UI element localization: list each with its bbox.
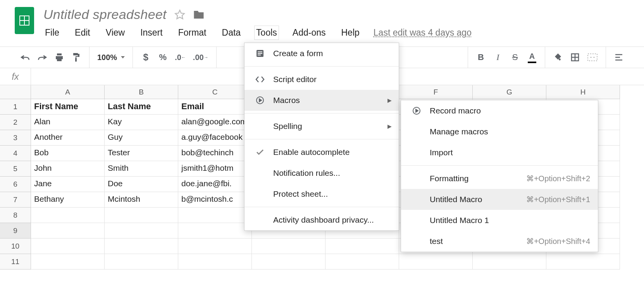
tools-item-script-editor[interactable]: Script editor [245, 69, 399, 90]
tools-item-spelling[interactable]: Spelling▶ [245, 116, 399, 137]
cell[interactable]: Bob [31, 146, 105, 161]
cell[interactable]: a.guy@facebook [178, 130, 252, 146]
cell[interactable]: Mcintosh [105, 192, 178, 208]
cell[interactable]: Tester [105, 146, 178, 161]
cell[interactable]: Smith [105, 161, 178, 177]
cell[interactable]: Doe [105, 177, 178, 192]
tools-item-notification-rules---[interactable]: Notification rules... [245, 163, 399, 184]
row-header-1[interactable]: 1 [0, 99, 31, 115]
tools-item-activity-dashboard-privacy---[interactable]: Activity dashboard privacy... [245, 209, 399, 230]
tools-item-protect-sheet---[interactable]: Protect sheet... [245, 184, 399, 204]
cell[interactable] [105, 239, 178, 254]
cell[interactable] [252, 254, 325, 270]
decrease-decimal-button[interactable]: .0← [175, 52, 186, 63]
menu-view[interactable]: View [104, 26, 126, 39]
doc-title[interactable]: Untitled spreadsheet [43, 7, 167, 22]
col-header-B[interactable]: B [105, 85, 178, 99]
cell[interactable] [473, 254, 546, 270]
redo-button[interactable] [37, 52, 47, 63]
col-header-G[interactable]: G [473, 85, 546, 99]
cell[interactable] [105, 223, 178, 239]
undo-button[interactable] [20, 52, 30, 63]
col-header-A[interactable]: A [31, 85, 105, 99]
cell[interactable]: bob@techinch [178, 146, 252, 161]
tools-item-macros[interactable]: Macros▶ [245, 90, 399, 111]
bold-button[interactable]: B [476, 52, 486, 63]
macros-item-untitled-macro[interactable]: Untitled Macro⌘+Option+Shift+1 [401, 189, 598, 210]
select-all-corner[interactable] [0, 85, 31, 99]
cell[interactable] [178, 208, 252, 223]
macros-item-untitled-macro-1[interactable]: Untitled Macro 1 [401, 210, 598, 231]
cell[interactable] [31, 208, 105, 223]
cell[interactable] [178, 254, 252, 270]
row-header-2[interactable]: 2 [0, 115, 31, 130]
row-header-9[interactable]: 9 [0, 223, 31, 239]
col-header-C[interactable]: C [178, 85, 252, 99]
text-color-button[interactable]: A [527, 52, 537, 63]
cell[interactable] [31, 254, 105, 270]
menu-insert[interactable]: Insert [139, 26, 164, 39]
menu-edit[interactable]: Edit [73, 26, 92, 39]
italic-button[interactable]: I [493, 52, 503, 63]
cell[interactable]: Kay [105, 115, 178, 130]
cell[interactable]: alan@google.com [178, 115, 252, 130]
cell[interactable] [105, 208, 178, 223]
fill-color-button[interactable] [553, 52, 563, 63]
col-header-F[interactable]: F [399, 85, 473, 99]
cell[interactable] [178, 223, 252, 239]
currency-button[interactable]: $ [141, 52, 151, 63]
menu-help[interactable]: Help [339, 26, 361, 39]
cell[interactable] [325, 254, 399, 270]
cell[interactable] [252, 239, 325, 254]
cell[interactable]: Guy [105, 130, 178, 146]
cell[interactable] [105, 254, 178, 270]
cell[interactable]: Bethany [31, 192, 105, 208]
row-header-8[interactable]: 8 [0, 208, 31, 223]
col-header-H[interactable]: H [546, 85, 620, 99]
macros-item-test[interactable]: test⌘+Option+Shift+4 [401, 231, 598, 252]
macros-item-formatting[interactable]: Formatting⌘+Option+Shift+2 [401, 168, 598, 189]
cell[interactable]: First Name [31, 99, 105, 115]
macros-item-record-macro[interactable]: Record macro [401, 100, 598, 121]
last-edit-link[interactable]: Last edit was 4 days ago [374, 27, 472, 38]
cell[interactable]: Alan [31, 115, 105, 130]
macros-item-import[interactable]: Import [401, 142, 598, 163]
borders-button[interactable] [570, 52, 580, 63]
cell[interactable]: Last Name [105, 99, 178, 115]
row-header-10[interactable]: 10 [0, 239, 31, 254]
folder-icon[interactable] [193, 10, 205, 20]
cell[interactable] [546, 254, 620, 270]
cell[interactable] [31, 239, 105, 254]
row-header-6[interactable]: 6 [0, 177, 31, 192]
menu-data[interactable]: Data [220, 26, 243, 39]
menu-addons[interactable]: Add-ons [291, 26, 327, 39]
row-header-4[interactable]: 4 [0, 146, 31, 161]
align-button[interactable] [614, 52, 624, 63]
percent-button[interactable]: % [158, 52, 168, 63]
cell[interactable]: doe.jane@fbi. [178, 177, 252, 192]
row-header-11[interactable]: 11 [0, 254, 31, 270]
menu-format[interactable]: Format [177, 26, 208, 39]
row-header-7[interactable]: 7 [0, 192, 31, 208]
merge-button[interactable] [587, 52, 598, 63]
cell[interactable]: b@mcintosh.c [178, 192, 252, 208]
macros-item-manage-macros[interactable]: Manage macros [401, 121, 598, 142]
cell[interactable]: Email [178, 99, 252, 115]
cell[interactable] [178, 239, 252, 254]
cell[interactable] [31, 223, 105, 239]
paint-format-button[interactable] [71, 52, 81, 63]
tools-item-enable-autocomplete[interactable]: Enable autocomplete [245, 142, 399, 163]
cell[interactable] [325, 239, 399, 254]
row-header-5[interactable]: 5 [0, 161, 31, 177]
menu-tools[interactable]: Tools [255, 26, 279, 39]
zoom-selector[interactable]: 100% [97, 53, 125, 62]
print-button[interactable] [54, 52, 64, 63]
star-icon[interactable] [174, 9, 185, 20]
cell[interactable]: Another [31, 130, 105, 146]
increase-decimal-button[interactable]: .00→ [193, 52, 208, 63]
tools-item-create-a-form[interactable]: Create a form [245, 43, 399, 64]
strikethrough-button[interactable]: S [510, 52, 520, 63]
row-header-3[interactable]: 3 [0, 130, 31, 146]
cell[interactable]: jsmith1@hotm [178, 161, 252, 177]
cell[interactable] [399, 254, 473, 270]
